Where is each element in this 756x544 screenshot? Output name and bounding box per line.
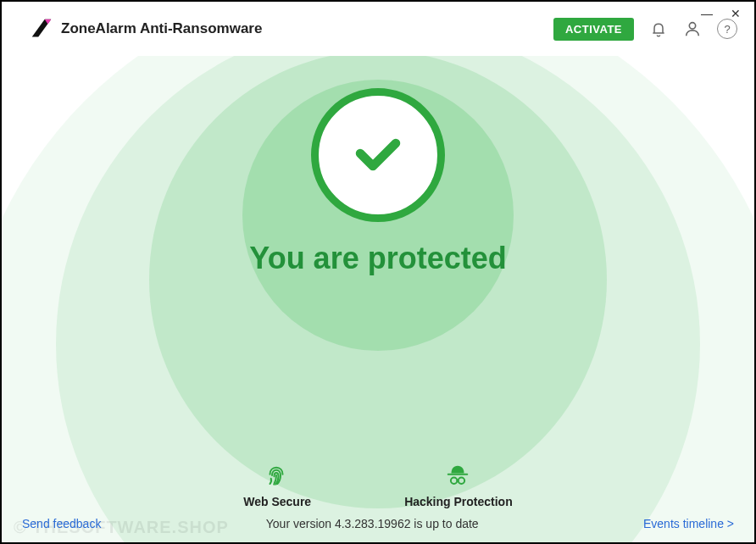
user-icon[interactable] bbox=[683, 19, 702, 38]
anonymous-icon bbox=[445, 463, 472, 490]
feature-web-secure[interactable]: Web Secure bbox=[243, 463, 311, 508]
footer: Web Secure Hacking Protection Send feedb… bbox=[2, 463, 754, 542]
bottom-row: Send feedback Your version 4.3.283.19962… bbox=[22, 517, 734, 530]
activate-button[interactable]: ACTIVATE bbox=[553, 18, 634, 41]
logo: ZoneAlarm Anti-Ransomware bbox=[29, 16, 262, 42]
help-icon[interactable]: ? bbox=[717, 19, 737, 39]
send-feedback-link[interactable]: Send feedback bbox=[22, 517, 101, 530]
header: ZoneAlarm Anti-Ransomware ACTIVATE ? bbox=[2, 2, 754, 56]
header-right: ACTIVATE ? bbox=[553, 18, 737, 41]
fingerprint-icon bbox=[264, 463, 291, 490]
svg-point-2 bbox=[459, 478, 465, 485]
feature-label: Hacking Protection bbox=[404, 495, 513, 508]
svg-point-0 bbox=[689, 23, 695, 29]
minimize-button[interactable]: — bbox=[700, 7, 714, 20]
checkmark-icon bbox=[347, 123, 409, 187]
app-title: ZoneAlarm Anti-Ransomware bbox=[61, 20, 262, 37]
feature-hacking-protection[interactable]: Hacking Protection bbox=[404, 463, 513, 508]
version-text: Your version 4.3.283.19962 is up to date bbox=[101, 517, 643, 530]
zonealarm-logo-icon bbox=[29, 16, 54, 42]
close-button[interactable]: ✕ bbox=[729, 7, 742, 20]
svg-point-1 bbox=[451, 478, 458, 485]
bell-icon[interactable] bbox=[649, 19, 668, 38]
events-timeline-link[interactable]: Events timeline > bbox=[643, 517, 734, 530]
main-stage: You are protected Web Secure bbox=[2, 56, 754, 542]
status-badge bbox=[311, 88, 445, 222]
window-controls: — ✕ bbox=[700, 7, 742, 20]
status-headline: You are protected bbox=[249, 241, 506, 276]
feature-label: Web Secure bbox=[243, 495, 311, 508]
features-row: Web Secure Hacking Protection bbox=[22, 463, 734, 508]
